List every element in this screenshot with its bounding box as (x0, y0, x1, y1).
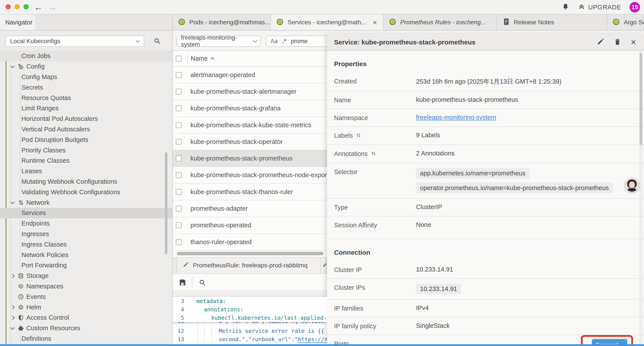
code-line-12[interactable]: 12 Metrics service error rate is {{ $va (173, 327, 327, 335)
app-tab-1[interactable]: Services - icecheng@math...× (271, 14, 384, 30)
code-line-4[interactable]: 4 annotations: (173, 305, 327, 314)
sidebar-item-network-policies[interactable]: Network Policies (0, 250, 172, 260)
namespace-link[interactable]: freeleaps-monitoring-system (416, 114, 496, 121)
row-checkbox[interactable] (176, 172, 182, 178)
edit-pencil-icon (182, 262, 189, 270)
close-panel-button[interactable]: × (631, 38, 636, 47)
table-row[interactable]: thanos-ruler-operated (173, 234, 327, 251)
row-checkbox[interactable] (176, 105, 182, 111)
updown-icon (18, 199, 24, 206)
editor-tab-prometheusrule[interactable]: PrometheusRule: freeleaps-prod-rabbitmq (177, 258, 321, 273)
sidebar-item-pod-disruption-budgets[interactable]: Pod Disruption Budgets (0, 134, 172, 145)
service-name: thanos-ruler-operated (190, 239, 252, 246)
close-tab-icon[interactable]: × (373, 19, 377, 26)
sidebar-item-resource-quotas[interactable]: Resource Quotas (0, 93, 172, 103)
row-checkbox[interactable] (176, 72, 182, 78)
edit-resource-button[interactable] (596, 38, 604, 47)
sidebar-scrollbar[interactable] (165, 152, 168, 254)
code-line-13[interactable]: 13 second.","runbook_url":"https://net (173, 335, 327, 343)
sidebar-item-namespaces[interactable]: Namespaces (0, 281, 172, 292)
kubeconfig-selector[interactable]: Local Kubeconfigs (5, 35, 144, 47)
sidebar-item-storage[interactable]: Storage (0, 271, 172, 281)
app-tab-2[interactable]: Prometheus Rules - icecheng... (384, 14, 497, 30)
notifications-bell-icon[interactable] (562, 3, 570, 11)
sidebar-item-network[interactable]: Network (0, 197, 172, 208)
notification-count-badge[interactable]: 15 (630, 2, 640, 12)
table-row[interactable]: prometheus-adapter (173, 200, 327, 217)
app-tab-4[interactable]: Argo Se (607, 14, 644, 30)
code-line-3[interactable]: 3 metadata: (173, 297, 327, 305)
regex-toggle[interactable]: .* (282, 38, 286, 45)
app-tab-0[interactable]: Pods - icecheng@mathmas... (173, 14, 271, 30)
sidebar-item-cron-jobs[interactable]: Cron Jobs (0, 51, 172, 61)
row-checkbox[interactable] (176, 155, 182, 161)
editor-search-button[interactable] (197, 278, 207, 288)
table-row[interactable]: kube-prometheus-stack-prometheus-node-ex… (173, 167, 327, 184)
upgrade-button[interactable]: UPGRADE (578, 3, 621, 12)
editor-tab-clipped[interactable] (321, 258, 326, 273)
table-row[interactable]: prometheus-operated (173, 217, 327, 234)
code-line-5[interactable]: 5 kubectl.kubernetes.io/last-applied-co (173, 314, 327, 322)
row-checkbox[interactable] (176, 139, 182, 145)
sort-toggle-icon[interactable] (356, 132, 362, 140)
sidebar-item-port-forwarding[interactable]: Port Forwarding (0, 260, 172, 271)
row-checkbox[interactable] (176, 206, 182, 212)
table-row[interactable]: kube-prometheus-stack-prometheus (173, 150, 327, 167)
sidebar-item-leases[interactable]: Leases (0, 166, 172, 177)
sidebar-item-helm[interactable]: Helm (0, 302, 172, 313)
sidebar-item-ingresses[interactable]: Ingresses (0, 229, 172, 239)
row-checkbox[interactable] (176, 122, 182, 128)
sidebar-item-endpoints[interactable]: Endpoints (0, 218, 172, 229)
table-row[interactable]: alertmanager-operated (173, 67, 327, 83)
back-button[interactable]: ← (33, 2, 44, 12)
delete-resource-button[interactable] (614, 38, 622, 47)
save-button[interactable] (178, 278, 188, 288)
sort-toggle-icon[interactable] (371, 151, 376, 158)
sidebar-item-validating-webhook-configurations[interactable]: Validating Webhook Configurations (0, 187, 172, 197)
sidebar-item-mutating-webhook-configurations[interactable]: Mutating Webhook Configurations (0, 177, 172, 187)
minimize-window-button[interactable] (14, 4, 20, 9)
code-line-11[interactable]: 11 0","for":"1m","labels":{"service":" (173, 322, 327, 327)
namespace-selector[interactable]: freeleaps-monitoring-system (177, 35, 261, 47)
sidebar-item-config[interactable]: Config (0, 61, 172, 72)
sidebar-item-priority-classes[interactable]: Priority Classes (0, 145, 172, 155)
table-row[interactable]: kube-prometheus-stack-grafana (173, 100, 327, 117)
sidebar-item-custom-resources[interactable]: Custom Resources (0, 323, 172, 334)
row-checkbox[interactable] (176, 222, 182, 228)
match-case-toggle[interactable]: Aa (270, 38, 278, 45)
sidebar-item-ingress-classes[interactable]: Ingress Classes (0, 239, 172, 250)
yaml-editor[interactable]: 3 metadata:4 annotations:5 kubectl.kuber… (173, 297, 327, 344)
close-window-button[interactable] (6, 4, 11, 9)
sidebar-item-vertical-pod-autoscalers[interactable]: Vertical Pod Autoscalers (0, 124, 172, 135)
table-row[interactable]: kube-prometheus-stack-operator (173, 134, 327, 150)
table-search-input[interactable]: Aa .* prome (266, 35, 327, 47)
column-header-name[interactable]: Name (188, 54, 214, 63)
row-checkbox[interactable] (176, 189, 182, 195)
sidebar-item-label: Ingress Classes (0, 241, 67, 248)
table-row[interactable]: kube-prometheus-stack-alertmanager (173, 83, 327, 100)
app-tab-3[interactable]: Release Notes (497, 14, 607, 30)
sidebar-item-horizontal-pod-autoscalers[interactable]: Horizontal Pod Autoscalers (0, 114, 172, 124)
sidebar-search-icon[interactable] (154, 37, 161, 45)
forward-button[interactable]: → (47, 2, 58, 12)
sidebar-item-services[interactable]: Services (0, 208, 172, 218)
table-horizontal-scrollbar[interactable] (177, 252, 324, 255)
table-row[interactable]: kube-prometheus-stack-thanos-ruler (173, 184, 327, 200)
sidebar-item-label: Definitions (0, 335, 51, 342)
sidebar-item-runtime-classes[interactable]: Runtime Classes (0, 155, 172, 166)
row-checkbox[interactable] (176, 89, 182, 95)
sidebar-item-config-maps[interactable]: Config Maps (0, 72, 172, 82)
sidebar-item-definitions[interactable]: Definitions (0, 334, 172, 344)
detail-row-session-affinity: Session AffinityNone (327, 216, 644, 239)
k8s-icon (178, 17, 186, 27)
table-row[interactable]: kube-prometheus-stack-kube-state-metrics (173, 117, 327, 134)
sidebar-item-secrets[interactable]: Secrets (0, 82, 172, 93)
sidebar-item-access-control[interactable]: Access Control (0, 313, 172, 323)
maximize-window-button[interactable] (24, 4, 29, 9)
user-avatar[interactable] (625, 178, 639, 192)
select-all-checkbox[interactable] (176, 56, 182, 61)
sidebar-item-limit-ranges[interactable]: Limit Ranges (0, 103, 172, 114)
sidebar-item-events[interactable]: Events (0, 292, 172, 302)
row-checkbox[interactable] (176, 239, 182, 245)
panel-scrollbar[interactable] (640, 53, 642, 145)
